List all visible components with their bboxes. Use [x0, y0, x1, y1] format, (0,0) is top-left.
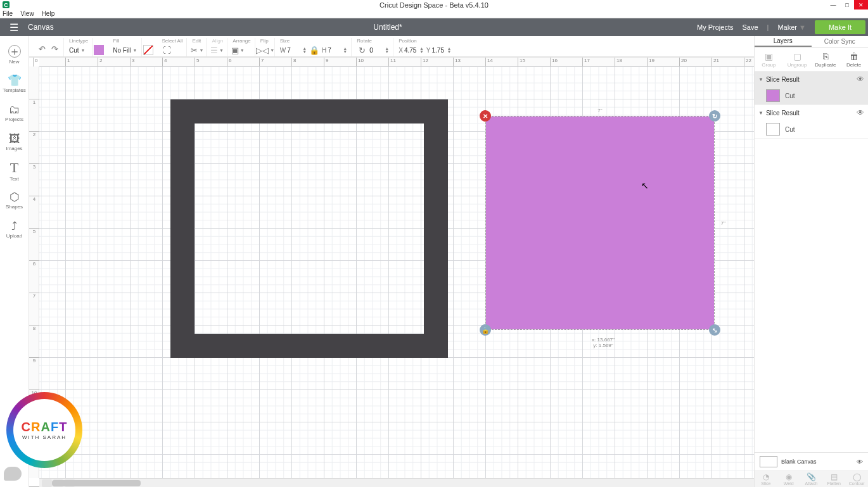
ruler-tick: 18	[615, 58, 622, 66]
hamburger-icon[interactable]: ☰	[0, 22, 28, 34]
bottom-scrollbar[interactable]	[39, 478, 754, 487]
sidebar-templates[interactable]: 👕Templates	[0, 69, 29, 98]
arrange-icon[interactable]: ▣▼	[233, 45, 243, 55]
menu-help[interactable]: Help	[42, 10, 55, 17]
zoom-out-icon[interactable]	[42, 479, 52, 487]
close-button[interactable]: ✕	[854, 0, 868, 9]
app-logo: C	[3, 1, 10, 8]
ruler-tick: 2	[98, 58, 102, 66]
scroll-thumb[interactable]	[52, 480, 141, 486]
layer-op: Cut	[785, 92, 795, 99]
tab-colorsync[interactable]: Color Sync	[812, 36, 869, 47]
shape-frame[interactable]	[170, 99, 448, 358]
linetype-select[interactable]: Cut▼	[69, 44, 88, 56]
sidebar-upload[interactable]: ⤴Upload	[0, 215, 29, 244]
doc-title[interactable]: Untitled*	[79, 23, 697, 32]
edit-label: Edit	[192, 38, 202, 44]
scale-handle-icon[interactable]: ⤡	[709, 324, 720, 336]
title-bar: C Cricut Design Space - Beta v5.4.10 — □…	[0, 0, 868, 9]
position-label: Position	[399, 38, 451, 44]
text-icon: T	[10, 161, 18, 175]
plus-circle-icon: ＋	[8, 45, 21, 58]
ruler-tick: 8	[291, 58, 296, 66]
sidebar-text[interactable]: TText	[0, 156, 29, 186]
pos-y-input[interactable]: Y1.75▲▼	[426, 47, 452, 54]
ruler-tick: 3	[130, 58, 134, 66]
eye-icon[interactable]: 👁	[857, 108, 864, 117]
layer-actions: ▣Group ▢Ungroup ⎘Duplicate 🗑Delete	[755, 47, 868, 72]
redo-icon[interactable]: ↷	[49, 44, 60, 54]
canvas-visibility-icon[interactable]: 👁	[857, 459, 863, 465]
save-button[interactable]: Save	[742, 23, 758, 31]
header-right: My Projects Save | Maker ▼ Make It	[697, 20, 868, 34]
ruler-tick: 3	[29, 163, 39, 170]
flatten-button: ▤Flatten	[822, 471, 845, 487]
make-it-button[interactable]: Make It	[815, 20, 865, 34]
sidebar-projects[interactable]: 🗂Projects	[0, 98, 29, 127]
chevron-down-icon: ▼	[799, 23, 806, 31]
line-color-swatch[interactable]	[94, 45, 104, 55]
contour-icon: ◯	[853, 472, 861, 481]
pos-x-input[interactable]: X4.75▲▼	[399, 47, 424, 54]
tab-layers[interactable]: Layers	[755, 36, 812, 47]
chevron-down-icon[interactable]: ▼	[758, 110, 763, 116]
select-all-icon[interactable]: ⛶	[162, 45, 172, 55]
right-panel-tabs: Layers Color Sync	[755, 36, 868, 47]
ruler-tick: 22	[744, 58, 751, 66]
chevron-down-icon[interactable]: ▼	[758, 77, 763, 82]
eye-icon[interactable]: 👁	[857, 75, 864, 84]
layer-header-1[interactable]: ▼ Slice Result 👁	[755, 72, 868, 87]
layer-op: Cut	[785, 126, 795, 133]
blank-canvas-row[interactable]: Blank Canvas 👁	[755, 453, 868, 471]
selectall-label: Select All	[162, 38, 183, 44]
ungroup-icon: ▢	[793, 51, 801, 61]
size-h-input[interactable]: H7▲▼	[322, 47, 347, 54]
shape-frame-hole	[195, 123, 424, 334]
edit-icon[interactable]: ✂▼	[192, 45, 202, 55]
my-projects-link[interactable]: My Projects	[697, 23, 733, 31]
flip-label: Flip	[260, 38, 271, 44]
chat-icon[interactable]	[4, 467, 22, 481]
canvas-swatch	[760, 456, 777, 467]
machine-select[interactable]: Maker ▼	[777, 23, 806, 31]
rotate-handle-icon[interactable]: ↻	[709, 110, 720, 122]
ruler-tick: 7	[259, 58, 264, 66]
rotate-input[interactable]: 0▲▼	[369, 47, 389, 54]
app-title: Cricut Design Space - Beta v5.4.10	[380, 1, 488, 9]
lock-handle-icon[interactable]: 🔒	[480, 324, 491, 336]
undo-icon[interactable]: ↶	[37, 44, 47, 54]
duplicate-icon: ⎘	[823, 51, 828, 61]
ruler-tick: 7	[29, 293, 39, 299]
sidebar-images[interactable]: 🖼Images	[0, 127, 29, 156]
menu-view[interactable]: View	[20, 10, 34, 17]
fill-select[interactable]: No Fill▼	[113, 44, 137, 56]
template-icon: 👕	[8, 75, 22, 86]
upload-icon: ⤴	[11, 220, 17, 232]
delete-button[interactable]: 🗑Delete	[839, 47, 868, 71]
grid: ✕ ↻ 🔒 ⤡ 7" 7" x: 13.667" y: 1.569" ↖	[39, 66, 754, 478]
sidebar-new[interactable]: ＋New	[0, 40, 29, 69]
layer-header-2[interactable]: ▼ Slice Result 👁	[755, 105, 868, 120]
window-controls: — □ ✕	[826, 0, 868, 9]
minimize-button[interactable]: —	[826, 0, 840, 9]
layer-item-2[interactable]: Cut	[755, 120, 868, 138]
flip-icon[interactable]: ▷◁▼	[260, 45, 271, 55]
menu-bar: File View Help	[0, 9, 868, 18]
projects-icon: 🗂	[9, 104, 20, 115]
shapes-icon: ⬡	[10, 191, 20, 203]
shape-purple-square[interactable]	[486, 117, 714, 329]
delete-handle-icon[interactable]: ✕	[480, 110, 491, 122]
arrange-label: Arrange	[233, 38, 250, 44]
maximize-button[interactable]: □	[840, 0, 854, 9]
size-w-input[interactable]: W7▲▼	[280, 47, 307, 54]
cursor-coords: x: 13.667" y: 1.569"	[575, 337, 632, 348]
ruler-tick: 20	[679, 58, 687, 66]
layer-item-1[interactable]: Cut	[755, 87, 868, 104]
fill-color-swatch[interactable]	[143, 45, 153, 55]
canvas[interactable]: 012345678910111213141516171819202122 123…	[29, 58, 754, 487]
menu-file[interactable]: File	[3, 10, 13, 17]
selected-shape[interactable]: ✕ ↻ 🔒 ⤡ 7" 7" x: 13.667" y: 1.569"	[485, 116, 715, 330]
duplicate-button[interactable]: ⎘Duplicate	[812, 47, 840, 71]
sidebar-shapes[interactable]: ⬡Shapes	[0, 186, 29, 215]
lock-aspect-icon[interactable]: 🔒	[309, 45, 319, 55]
